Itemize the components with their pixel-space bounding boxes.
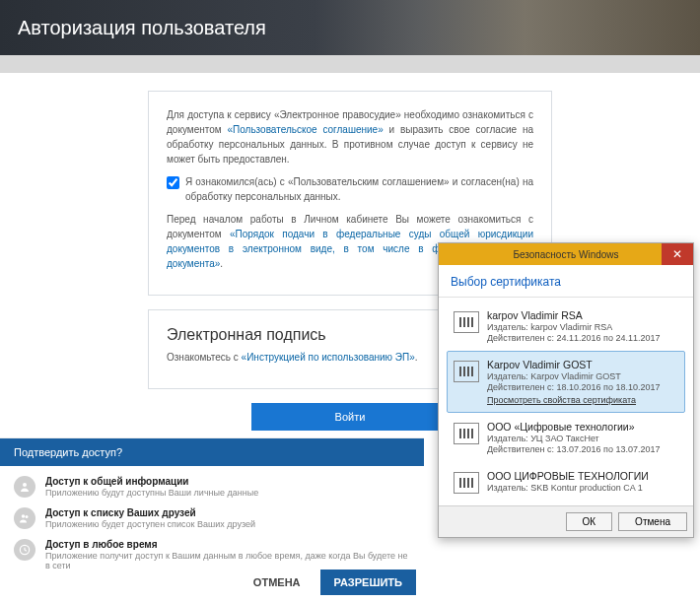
certificate-issuer: Издатель: УЦ ЗАО ТаксНет [487,434,678,443]
permission-row: Доступ к общей информацииПриложению буду… [0,466,424,498]
svg-point-0 [23,483,27,487]
certificate-icon [454,311,479,333]
dialog-titlebar[interactable]: Безопасность Windows ✕ [439,243,693,265]
friends-icon [14,507,35,529]
certificate-valid: Действителен с: 13.07.2016 по 13.07.2017 [487,444,678,454]
certificate-valid: Действителен с: 24.11.2016 по 24.11.2017 [487,333,678,343]
dialog-subtitle: Выбор сертификата [439,265,693,298]
dialog-title: Безопасность Windows [513,249,618,260]
svg-point-1 [22,514,26,518]
confirm-heading: Подтвердить доступ? [0,438,424,466]
certificate-list: karpov Vladimir RSA Издатель: karpov Vla… [439,298,693,505]
agree-checkbox-label: Я ознакомился(ась) с «Пользовательским с… [185,174,533,204]
cancel-button[interactable]: ОТМЕНА [242,570,313,595]
certificate-issuer: Издатель: karpov Vladimir RSA [487,322,678,332]
page-header: Авторизация пользователя [0,0,700,55]
certificate-name: ООО «Цифровые технологии» [487,421,678,433]
permission-desc: Приложению будут доступны Ваши личные да… [45,488,258,498]
allow-button[interactable]: РАЗРЕШИТЬ [320,570,416,595]
windows-security-dialog: Безопасность Windows ✕ Выбор сертификата… [438,242,694,538]
certificate-name: ООО ЦИФРОВЫЕ ТЕХНОЛОГИИ [487,470,678,482]
permission-title: Доступ к общей информации [45,476,258,487]
page-title: Авторизация пользователя [18,17,266,39]
permission-desc: Приложение получит доступ к Вашим данным… [45,551,410,570]
certificate-name: Karpov Vladimir GOST [487,359,678,370]
certificate-valid: Действителен с: 18.10.2016 по 18.10.2017 [487,382,678,392]
certificate-icon [454,361,479,382]
text: . [415,352,418,363]
certificate-item[interactable]: karpov Vladimir RSA Издатель: karpov Vla… [447,302,685,351]
certificate-issuer: Издатель: Karpov Vladimir GOST [487,371,678,381]
certificate-item-selected[interactable]: Karpov Vladimir GOST Издатель: Karpov Vl… [447,351,685,413]
agree-checkbox[interactable] [167,176,179,189]
view-cert-properties-link[interactable]: Просмотреть свойства сертификата [487,395,636,405]
gray-band [0,55,700,73]
dialog-cancel-button[interactable]: Отмена [618,512,687,531]
user-agreement-link[interactable]: «Пользовательское соглашение» [227,124,383,135]
esignature-instruction-link[interactable]: «Инструкцией по использованию ЭП» [242,352,415,363]
certificate-item[interactable]: ООО «Цифровые технологии» Издатель: УЦ З… [447,413,685,462]
certificate-icon [454,472,479,494]
text: . [220,258,223,269]
permission-row: Доступ в любое времяПриложение получит д… [0,529,424,570]
close-icon[interactable]: ✕ [662,243,693,265]
info-icon [14,476,35,498]
permission-row: Доступ к списку Ваших друзейПриложению б… [0,498,424,529]
certificate-item[interactable]: ООО ЦИФРОВЫЕ ТЕХНОЛОГИИ Издатель: SKB Ko… [447,462,685,502]
dialog-footer: ОК Отмена [439,505,693,537]
ok-button[interactable]: ОК [566,512,613,531]
permission-title: Доступ к списку Ваших друзей [45,507,255,518]
certificate-issuer: Издатель: SKB Kontur production CA 1 [487,483,678,493]
permission-title: Доступ в любое время [45,539,410,550]
confirm-actions: ОТМЕНА РАЗРЕШИТЬ [242,570,416,595]
login-button[interactable]: Войти [251,403,449,431]
certificate-icon [454,423,479,444]
clock-icon [14,539,35,561]
text: Ознакомьтесь с [167,352,242,363]
confirm-access-panel: Подтвердить доступ? Доступ к общей инфор… [0,437,424,603]
permission-desc: Приложению будет доступен список Ваших д… [45,519,255,529]
svg-point-2 [26,515,29,518]
certificate-name: karpov Vladimir RSA [487,309,678,321]
agree-checkbox-row: Я ознакомился(ась) с «Пользовательским с… [167,174,533,204]
intro-paragraph-1: Для доступа к сервису «Электронное право… [167,107,533,167]
